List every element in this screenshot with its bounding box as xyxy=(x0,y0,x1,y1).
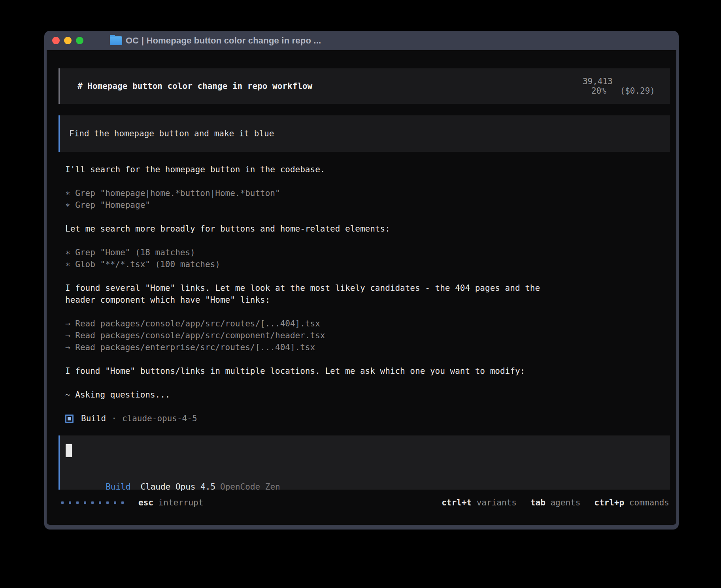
agent-status-icon xyxy=(65,415,74,423)
tool-call-grep: ∗ Grep "homepage|home.*button|Home.*butt… xyxy=(65,187,559,199)
folder-icon xyxy=(110,36,122,45)
terminal-window: OC | Homepage button color change in rep… xyxy=(44,31,679,530)
hint-commands: ctrl+p commands xyxy=(594,498,669,507)
agent-name: Build xyxy=(81,414,106,423)
token-count: 39,413 xyxy=(583,77,613,86)
agent-mode-label: Build xyxy=(106,482,130,492)
session-stats: 39,413 20% ($0.29) xyxy=(543,67,655,105)
maximize-button[interactable] xyxy=(76,37,83,44)
tool-call-grep: ∗ Grep "Home" (18 matches) xyxy=(65,247,559,258)
assistant-text: I found several "Home" links. Let me loo… xyxy=(65,282,559,306)
status-bar-right: ctrl+t variants tab agents ctrl+p comman… xyxy=(428,498,669,507)
working-spinner-dots xyxy=(61,501,124,504)
hint-variants: ctrl+t variants xyxy=(442,498,517,507)
prompt-input[interactable]: BuildClaude Opus 4.5OpenCode Zen xyxy=(59,435,670,490)
status-bar: esc interrupt ctrl+t variants tab agents… xyxy=(59,497,670,509)
session-header: # Homepage button color change in repo w… xyxy=(59,68,670,104)
model-label: Claude Opus 4.5 xyxy=(140,482,215,492)
model-selector-row[interactable]: BuildClaude Opus 4.5OpenCode Zen xyxy=(66,469,658,481)
session-title: # Homepage button color change in repo w… xyxy=(77,81,312,91)
session-cost: ($0.29) xyxy=(620,86,655,96)
terminal-content: # Homepage button color change in repo w… xyxy=(47,50,676,525)
text-cursor xyxy=(66,444,72,457)
assistant-text: I found "Home" buttons/links in multiple… xyxy=(65,365,559,377)
agent-status-row: Build · claude-opus-4-5 xyxy=(65,413,559,424)
status-model-name: claude-opus-4-5 xyxy=(122,414,197,423)
user-message-text: Find the homepage button and make it blu… xyxy=(69,129,274,138)
close-button[interactable] xyxy=(52,37,60,44)
tool-call-read: → Read packages/console/app/src/componen… xyxy=(65,330,559,341)
window-title: OC | Homepage button color change in rep… xyxy=(126,36,321,46)
status-bar-left: esc interrupt xyxy=(59,498,203,507)
tool-call-read: → Read packages/enterprise/src/routes/[.… xyxy=(65,341,559,353)
context-percent: 20% xyxy=(591,86,606,96)
tool-call-grep: ∗ Grep "Homepage" xyxy=(65,199,559,211)
provider-label: OpenCode Zen xyxy=(220,482,280,492)
status-separator: · xyxy=(111,414,117,423)
assistant-status-text: ~ Asking questions... xyxy=(65,389,559,401)
assistant-text: I'll search for the homepage button in t… xyxy=(65,164,559,175)
assistant-response: I'll search for the homepage button in t… xyxy=(65,164,559,424)
window-titlebar[interactable]: OC | Homepage button color change in rep… xyxy=(47,31,676,50)
traffic-lights xyxy=(52,37,83,44)
minimize-button[interactable] xyxy=(64,37,72,44)
hint-agents: tab agents xyxy=(530,498,580,507)
tool-call-glob: ∗ Glob "**/*.tsx" (100 matches) xyxy=(65,258,559,270)
assistant-text: Let me search more broadly for buttons a… xyxy=(65,223,559,235)
tool-call-read: → Read packages/console/app/src/routes/[… xyxy=(65,318,559,330)
hint-interrupt: esc interrupt xyxy=(138,498,203,507)
user-message: Find the homepage button and make it blu… xyxy=(59,115,670,152)
